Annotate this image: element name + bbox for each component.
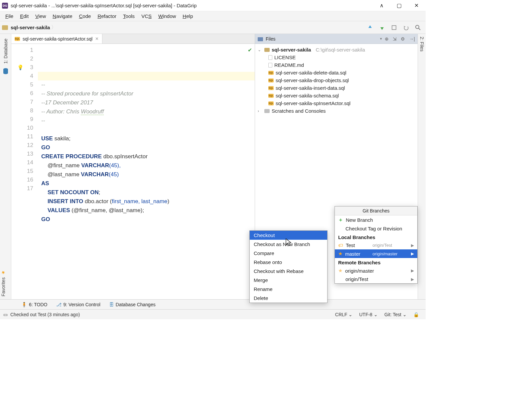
menu-file[interactable]: File — [2, 12, 17, 20]
menu-navigate[interactable]: Navigate — [49, 12, 75, 20]
close-button[interactable]: ✕ — [412, 2, 420, 10]
editor-tab[interactable]: SQL sql-server-sakila-spInsertActor.sql … — [11, 34, 102, 44]
chevron-right-icon: ▶ — [411, 277, 414, 282]
bottom-tool-stripe: 🧍6: TODO ⎇9: Version Control 🗄Database C… — [0, 299, 426, 309]
menu-tools[interactable]: Tools — [120, 12, 138, 20]
files-tool-tab[interactable]: 2: Files — [419, 34, 425, 54]
plus-icon: ＋ — [338, 217, 343, 223]
hide-icon[interactable]: →| — [409, 36, 415, 42]
minimize-button[interactable]: ∧ — [378, 2, 386, 10]
folder-icon — [2, 25, 8, 30]
sql-file-icon: SQL — [268, 101, 274, 105]
expand-icon[interactable]: › — [258, 109, 262, 113]
breadcrumb[interactable]: sql-server-sakila — [11, 25, 50, 30]
tag-icon: 🏷 — [338, 242, 343, 248]
todo-icon: 🧍 — [21, 302, 27, 307]
file-icon — [268, 63, 272, 67]
sql-file-icon: SQL — [268, 71, 274, 75]
chevron-down-icon[interactable]: ▾ — [380, 37, 382, 41]
window-controls: ∧ ▢ ✕ — [378, 2, 424, 10]
branch-item-master[interactable]: ★masterorigin/master▶ — [335, 249, 417, 258]
ctx-rebase[interactable]: Rebase onto — [250, 258, 327, 267]
ctx-checkout-new[interactable]: Checkout as New Branch — [250, 240, 327, 249]
current-line-highlight — [38, 72, 255, 80]
target-icon[interactable]: ⊕ — [385, 36, 389, 42]
database-tool-tab[interactable]: 1: Database — [2, 36, 9, 66]
ctx-checkout[interactable]: Checkout — [250, 231, 327, 240]
git-branch-widget[interactable]: Git: Test ⌄ — [381, 312, 410, 317]
folder-icon — [264, 109, 270, 113]
ctx-compare[interactable]: Compare — [250, 249, 327, 258]
file-tree[interactable]: ⌄ sql-server-sakila C:\git\sql-server-sa… — [255, 44, 418, 117]
maximize-button[interactable]: ▢ — [395, 2, 403, 10]
expand-icon[interactable]: ⌄ — [258, 48, 262, 52]
favorites-tool-tab[interactable]: Favorites★ — [0, 267, 11, 299]
chevron-right-icon: ▶ — [411, 251, 414, 256]
ctx-rename[interactable]: Rename — [250, 285, 327, 294]
menubar: File Edit View Navigate Code Refactor To… — [0, 11, 426, 21]
tree-file[interactable]: SQLsql-server-sakila-drop-objects.sql — [255, 76, 418, 84]
checkout-tag-item[interactable]: Checkout Tag or Revision — [335, 224, 417, 233]
line-gutter: 1234567891011121314151617 — [11, 44, 38, 299]
undo-icon[interactable] — [403, 25, 409, 31]
status-message: Checked out Test (3 minutes ago) — [10, 312, 80, 317]
tab-label: sql-server-sakila-spInsertActor.sql — [23, 36, 92, 42]
intention-bulb-icon[interactable]: 💡 — [17, 63, 24, 72]
window-title: sql-server-sakila - ...\sql-server-sakil… — [11, 3, 378, 8]
sql-file-icon: SQL — [268, 78, 274, 82]
lock-icon[interactable]: 🔒 — [410, 312, 422, 317]
git-branches-popup: Git Branches ＋New Branch Checkout Tag or… — [334, 206, 418, 284]
tree-root[interactable]: ⌄ sql-server-sakila C:\git\sql-server-sa… — [255, 46, 418, 54]
tree-file[interactable]: SQLsql-server-sakila-spInsertActor.sql — [255, 99, 418, 107]
line-ending-widget[interactable]: CRLF ⌄ — [332, 312, 356, 317]
right-tool-stripe: 2: Files — [418, 34, 426, 299]
ctx-checkout-rebase[interactable]: Checkout with Rebase — [250, 267, 327, 276]
gear-icon[interactable]: ⚙ — [401, 36, 405, 42]
code-content[interactable]: ✔ 💡 -- -- Stored procedure for spInsertA… — [38, 44, 255, 299]
search-icon[interactable] — [415, 25, 421, 31]
star-icon: ★ — [1, 270, 6, 275]
titlebar: DG sql-server-sakila - ...\sql-server-sa… — [0, 0, 426, 11]
tab-close-icon[interactable]: ✕ — [95, 36, 99, 41]
todo-tool-tab[interactable]: 🧍6: TODO — [21, 302, 48, 307]
remote-branches-header: Remote Branches — [335, 258, 417, 266]
tree-file[interactable]: SQLsql-server-sakila-insert-data.sql — [255, 84, 418, 92]
files-icon — [258, 37, 263, 41]
menu-vcs[interactable]: VCS — [138, 12, 155, 20]
menu-help[interactable]: Help — [179, 12, 196, 20]
database-icon — [3, 68, 9, 75]
toolbar-right — [367, 25, 424, 31]
version-control-tool-tab[interactable]: ⎇9: Version Control — [56, 302, 100, 307]
left-tool-stripe: 1: Database — [0, 34, 11, 299]
remote-branch-item[interactable]: ★origin/master▶ — [335, 266, 417, 275]
branch-context-menu: Checkout Checkout as New Branch Compare … — [249, 230, 328, 303]
tree-file[interactable]: LICENSE — [255, 54, 418, 61]
tree-file[interactable]: README.md — [255, 61, 418, 69]
vcs-update-icon[interactable] — [367, 25, 373, 31]
ctx-merge[interactable]: Merge — [250, 276, 327, 285]
vcs-history-icon[interactable] — [391, 25, 397, 31]
menu-edit[interactable]: Edit — [17, 12, 32, 20]
menu-view[interactable]: View — [32, 12, 49, 20]
tree-file[interactable]: SQLsql-server-sakila-delete-data.sql — [255, 69, 418, 76]
new-branch-item[interactable]: ＋New Branch — [335, 215, 417, 224]
star-icon: ★ — [338, 268, 342, 274]
ctx-delete[interactable]: Delete — [250, 294, 327, 303]
remote-branch-item[interactable]: origin/Test▶ — [335, 275, 417, 283]
code-editor[interactable]: 1234567891011121314151617 ✔ 💡 -- -- Stor… — [11, 44, 255, 299]
menu-window[interactable]: Window — [155, 12, 179, 20]
branch-item-test[interactable]: 🏷Testorigin/Test▶ — [335, 241, 417, 249]
menu-refactor[interactable]: Refactor — [94, 12, 120, 20]
db-changes-icon: 🗄 — [109, 302, 114, 307]
tree-scratches[interactable]: › Scratches and Consoles — [255, 107, 418, 115]
menu-code[interactable]: Code — [76, 12, 94, 20]
tree-file[interactable]: SQLsql-server-sakila-schema.sql — [255, 92, 418, 99]
database-changes-tool-tab[interactable]: 🗄Database Changes — [109, 302, 156, 307]
inspection-ok-icon[interactable]: ✔ — [248, 46, 252, 55]
files-panel-header: Files ▾ ⊕ ⇲ ⚙ →| — [255, 34, 418, 44]
collapse-icon[interactable]: ⇲ — [393, 36, 397, 42]
encoding-widget[interactable]: UTF-8 ⌄ — [356, 312, 381, 317]
status-icon[interactable]: ▭ — [3, 312, 8, 317]
vcs-commit-icon[interactable] — [379, 25, 385, 31]
popup-title: Git Branches — [335, 206, 417, 215]
